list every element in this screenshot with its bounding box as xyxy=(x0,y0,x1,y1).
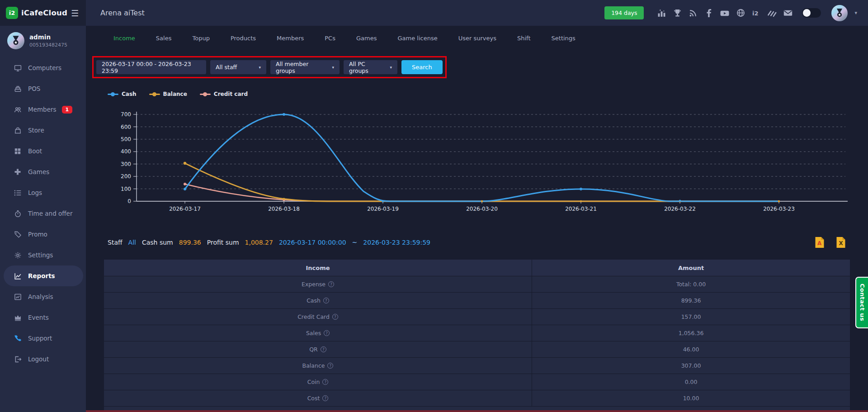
mail-icon[interactable] xyxy=(783,9,793,18)
help-icon[interactable]: ? xyxy=(321,346,326,352)
cash-series-marker xyxy=(108,92,118,96)
sidebar-item-promo[interactable]: Promo xyxy=(0,224,86,245)
tab-shift[interactable]: Shift xyxy=(507,32,541,44)
sidebar-item-support[interactable]: Support xyxy=(0,328,86,349)
range-start-date[interactable]: 2026-03-17 00:00:00 xyxy=(279,239,346,246)
icafecloud-site-icon[interactable]: i2 xyxy=(752,9,761,18)
svg-text:100: 100 xyxy=(121,186,131,192)
sidebar-item-logs[interactable]: Logs xyxy=(0,182,86,203)
help-icon[interactable]: ? xyxy=(328,281,334,287)
sidebar-item-store[interactable]: Store xyxy=(0,120,86,141)
topbar: i2 iCafeCloud ☰ Arena aiTest 194 days xyxy=(0,0,868,26)
export-excel-icon[interactable]: X xyxy=(836,237,846,248)
toggle-knob xyxy=(803,9,811,17)
page-title: Arena aiTest xyxy=(100,9,145,17)
sidebar-item-logout[interactable]: Logout xyxy=(0,349,86,369)
tab-products[interactable]: Products xyxy=(220,32,266,44)
tab-settings[interactable]: Settings xyxy=(541,32,586,44)
svg-text:2026-03-20: 2026-03-20 xyxy=(466,206,498,212)
legend-item-cash[interactable]: Cash xyxy=(108,91,137,97)
report-tabs: Income Sales Topup Products Members PCs … xyxy=(86,26,868,44)
help-icon[interactable]: ? xyxy=(322,395,328,401)
member-groups-select[interactable]: All member groups▾ xyxy=(270,60,340,74)
sidebar-item-pos[interactable]: POS xyxy=(0,78,86,99)
tab-pcs[interactable]: PCs xyxy=(314,32,346,44)
sidebar-item-settings[interactable]: Settings xyxy=(0,245,86,265)
sidebar-user-avatar xyxy=(7,32,24,49)
income-line-chart: 0 100 200 300 400 500 600 700 2026-03-17… xyxy=(104,105,854,225)
tag-icon xyxy=(14,230,22,238)
sidebar-item-boot[interactable]: Boot xyxy=(0,141,86,161)
cash-series-points xyxy=(184,113,681,202)
facebook-icon[interactable] xyxy=(704,9,713,18)
tab-games[interactable]: Games xyxy=(346,32,387,44)
pc-groups-select[interactable]: All PC groups▾ xyxy=(344,60,397,74)
sidebar-item-games[interactable]: Games xyxy=(0,161,86,182)
table-row-credit-card: Credit Card? 157.00 xyxy=(104,309,850,325)
leaderboard-icon[interactable] xyxy=(657,9,666,18)
sidebar-nav: Computers POS Members 1 Store Boot Ga xyxy=(0,57,86,369)
dark-mode-toggle[interactable] xyxy=(802,8,821,18)
brand-name: iCafeCloud xyxy=(21,9,67,17)
help-icon[interactable]: ? xyxy=(332,314,338,320)
sidebar-item-reports[interactable]: Reports xyxy=(4,265,83,286)
help-icon[interactable]: ? xyxy=(323,298,329,303)
rss-icon[interactable] xyxy=(689,9,698,18)
sidebar-item-members[interactable]: Members 1 xyxy=(0,99,86,120)
shopping-bag-icon xyxy=(14,126,22,134)
tab-members[interactable]: Members xyxy=(266,32,314,44)
members-count-badge: 1 xyxy=(62,106,73,114)
crown-icon xyxy=(14,313,22,322)
svg-text:2026-03-17: 2026-03-17 xyxy=(169,206,201,212)
search-button[interactable]: Search xyxy=(401,60,443,74)
date-range-input[interactable]: 2026-03-17 00:00 - 2026-03-23 23:59 xyxy=(96,60,206,74)
chart-line-icon xyxy=(14,272,22,280)
sidebar-item-events[interactable]: Events xyxy=(0,307,86,328)
legend-item-credit-card[interactable]: Credit card xyxy=(200,91,248,97)
contact-us-button[interactable]: Contact us xyxy=(855,277,868,328)
logo-area: i2 iCafeCloud ☰ xyxy=(0,0,86,26)
staff-filter-all[interactable]: All xyxy=(128,239,136,246)
tab-income[interactable]: Income xyxy=(103,32,146,44)
globe-icon[interactable] xyxy=(736,9,745,18)
x-axis-labels: 2026-03-17 2026-03-18 2026-03-19 2026-03… xyxy=(169,206,795,212)
tab-user-surveys[interactable]: User surveys xyxy=(448,32,507,44)
table-header: Income Amount xyxy=(104,260,850,276)
table-row-qr: QR? 46.00 xyxy=(104,341,850,358)
tab-topup[interactable]: Topup xyxy=(182,32,220,44)
sidebar-username: admin xyxy=(29,33,67,41)
sidebar-item-computers[interactable]: Computers xyxy=(0,57,86,78)
avatar-chevron-down-icon[interactable]: ▾ xyxy=(854,10,857,16)
legend-item-balance[interactable]: Balance xyxy=(149,91,187,97)
user-avatar[interactable] xyxy=(831,5,848,21)
help-icon[interactable]: ? xyxy=(322,379,328,385)
income-table: Income Amount Expense? Total: 0.00 Cash?… xyxy=(104,260,850,410)
sidebar-item-time-and-offer[interactable]: Time and offer xyxy=(0,203,86,224)
hamburger-menu-icon[interactable]: ☰ xyxy=(71,8,79,18)
svg-text:2026-03-21: 2026-03-21 xyxy=(565,206,597,212)
staff-label: Staff xyxy=(108,239,123,246)
svg-text:300: 300 xyxy=(121,161,131,167)
tab-game-license[interactable]: Game license xyxy=(387,32,448,44)
stack-icon[interactable] xyxy=(768,9,777,18)
trophy-icon[interactable] xyxy=(673,9,682,18)
balance-series-points xyxy=(184,162,780,203)
range-end-date[interactable]: 2026-03-23 23:59:59 xyxy=(363,239,430,246)
svg-text:2026-03-23: 2026-03-23 xyxy=(763,206,795,212)
help-icon[interactable]: ? xyxy=(324,330,330,336)
help-icon[interactable]: ? xyxy=(327,363,333,369)
license-days-badge[interactable]: 194 days xyxy=(604,6,644,19)
gear-icon xyxy=(14,251,22,259)
youtube-icon[interactable] xyxy=(720,9,729,18)
windows-icon xyxy=(14,147,22,155)
sidebar-item-analysis[interactable]: Analysis xyxy=(0,286,86,307)
tab-sales[interactable]: Sales xyxy=(146,32,182,44)
balance-series-marker xyxy=(149,92,160,96)
gamepad-icon xyxy=(14,168,22,176)
svg-text:A: A xyxy=(817,240,822,246)
svg-text:600: 600 xyxy=(121,124,131,130)
staff-select[interactable]: All staff▾ xyxy=(210,60,266,74)
export-pdf-icon[interactable]: A xyxy=(815,237,825,248)
svg-text:400: 400 xyxy=(121,148,131,155)
phone-icon xyxy=(14,334,22,342)
